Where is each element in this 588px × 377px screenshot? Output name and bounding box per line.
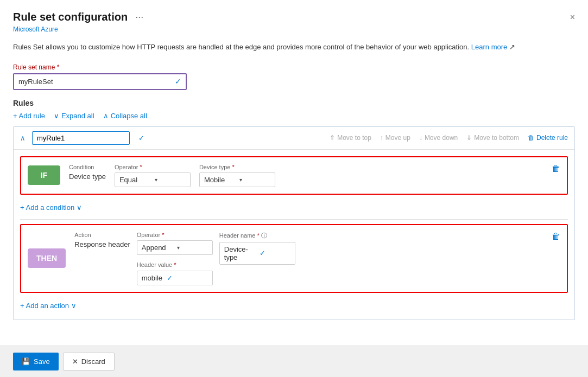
rule-set-name-label: Rule set name [13, 63, 55, 71]
rule-name-input[interactable] [32, 131, 130, 145]
rule-check-icon: ✓ [138, 134, 144, 142]
rule-body: IF Condition Device type Operator * Equa… [14, 150, 574, 320]
condition-fields: Condition Device type Operator * Equal ▾ [69, 164, 543, 187]
rule-set-name-input[interactable] [14, 74, 170, 89]
trash-icon: 🗑 [528, 134, 534, 142]
operator-required: * [140, 164, 142, 170]
action-label-col: Action Response header [74, 232, 130, 248]
action-operator-dropdown[interactable]: Append ▾ [137, 240, 213, 255]
condition-value: Device type [69, 172, 106, 181]
header-value-check-icon: ✓ [167, 274, 173, 282]
move-up-icon: ↑ [380, 134, 383, 142]
discard-icon: ✕ [72, 357, 78, 366]
condition-label: Condition [69, 164, 106, 170]
move-bottom-icon: ⇓ [466, 134, 472, 142]
expand-all-button[interactable]: ∨ Expand all [54, 112, 94, 120]
header-value-required: * [174, 261, 176, 268]
close-button[interactable]: × [570, 12, 575, 22]
operator-dropdown[interactable]: Equal ▾ [115, 172, 191, 187]
move-down-button[interactable]: ↓ Move down [419, 134, 458, 142]
divider [20, 219, 568, 220]
action-operator-required: * [162, 232, 164, 238]
condition-delete-icon[interactable]: 🗑 [552, 164, 560, 174]
info-icon: ⓘ [261, 232, 267, 239]
add-action-chevron: ∨ [71, 302, 77, 310]
action-operator-label: Operator * [137, 232, 213, 238]
action-fields: Action Response header Operator * Append… [74, 232, 543, 285]
header-name-col: Header name * ⓘ Device-type ✓ [219, 232, 295, 265]
chevron-up-icon: ∧ [103, 112, 109, 120]
add-rule-button[interactable]: + Add rule [13, 112, 45, 120]
device-type-label: Device type * [199, 164, 275, 170]
rules-label: Rules [13, 99, 575, 107]
header-value-dropdown[interactable]: mobile ✓ [137, 271, 213, 285]
move-down-icon: ↓ [419, 134, 422, 142]
condition-label-col: Condition Device type [69, 164, 106, 181]
learn-more-link[interactable]: Learn more [471, 43, 507, 51]
add-condition-chevron: ∨ [77, 203, 82, 212]
header-name-label: Header name * ⓘ [219, 232, 295, 240]
device-type-required: * [232, 164, 234, 170]
move-top-icon: ⇑ [330, 134, 335, 142]
discard-button[interactable]: ✕ Discard [63, 353, 115, 370]
device-type-dropdown[interactable]: Mobile ▾ [199, 172, 275, 187]
header-value-label: Header value * [137, 261, 176, 268]
chevron-up-icon: ∧ [20, 134, 26, 142]
header-name-check-icon: ✓ [260, 249, 290, 257]
header-name-dropdown[interactable]: Device-type ✓ [219, 242, 295, 265]
panel-subtitle: Microsoft Azure [13, 25, 575, 33]
operator-col: Operator * Equal ▾ [115, 164, 191, 187]
move-to-bottom-button[interactable]: ⇓ Move to bottom [466, 134, 519, 142]
action-block: THEN Action Response header Operator * A… [20, 224, 568, 293]
chevron-down-icon: ∨ [54, 112, 59, 120]
action-operator-col: Operator * Append ▾ Header value * [137, 232, 213, 285]
operator-label: Operator * [115, 164, 191, 170]
required-star: * [57, 63, 60, 71]
footer: 💾 Save ✕ Discard [0, 346, 588, 377]
device-type-col: Device type * Mobile ▾ [199, 164, 275, 187]
condition-block: IF Condition Device type Operator * Equa… [20, 156, 568, 195]
add-action-button[interactable]: + Add an action ∨ [20, 298, 77, 313]
if-badge: IF [28, 165, 60, 185]
add-condition-button[interactable]: + Add a condition ∨ [20, 200, 82, 215]
action-label: Action [74, 232, 130, 238]
save-button[interactable]: 💾 Save [13, 353, 59, 370]
save-icon: 💾 [22, 357, 30, 366]
move-up-button[interactable]: ↑ Move up [380, 134, 410, 142]
delete-rule-button[interactable]: 🗑 Delete rule [528, 134, 568, 142]
action-delete-icon[interactable]: 🗑 [552, 232, 560, 241]
info-text: Rules Set allows you to customize how HT… [13, 42, 575, 53]
action-operator-arrow: ▾ [177, 245, 208, 251]
rule-expand-button[interactable]: ∧ [20, 134, 26, 142]
device-type-dropdown-arrow: ▾ [239, 177, 270, 183]
ellipsis-icon[interactable]: ··· [135, 11, 143, 23]
then-badge: THEN [28, 248, 66, 268]
rule-set-name-check-icon: ✓ [170, 77, 186, 86]
rule-actions: ⇑ Move to top ↑ Move up ↓ Move down ⇓ Mo… [330, 134, 568, 142]
collapse-all-button[interactable]: ∧ Collapse all [103, 112, 147, 120]
panel-title: Rule set configuration [13, 11, 128, 23]
move-to-top-button[interactable]: ⇑ Move to top [330, 134, 371, 142]
rule-container: ∧ ✓ ⇑ Move to top ↑ Move up ↓ Move down [13, 126, 575, 320]
rule-header: ∧ ✓ ⇑ Move to top ↑ Move up ↓ Move down [14, 127, 574, 150]
operator-dropdown-arrow: ▾ [155, 177, 186, 183]
action-value: Response header [74, 240, 130, 248]
